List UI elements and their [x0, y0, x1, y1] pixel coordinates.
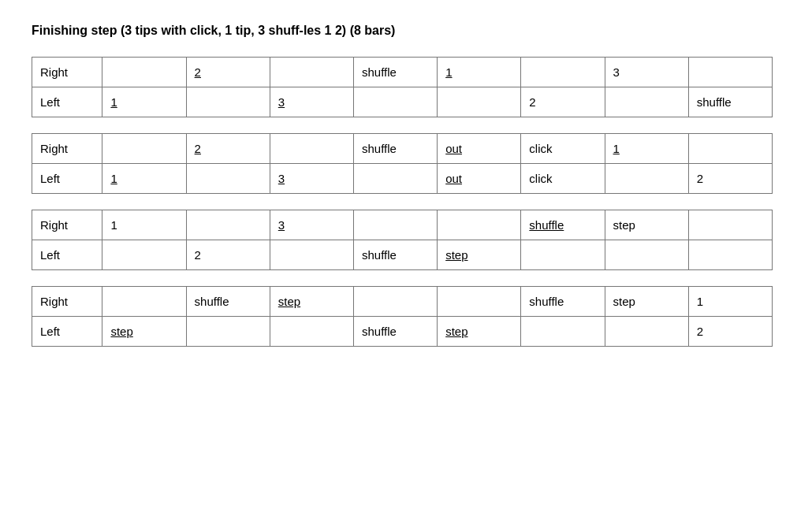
- cell-1-0: 1: [102, 164, 186, 194]
- cell-0-2: step: [270, 287, 353, 317]
- cell-0-4: [438, 287, 521, 317]
- cell-1-0: [102, 240, 186, 270]
- grid-table-section4: Rightshufflestepshufflestep1Leftstepshuf…: [32, 286, 773, 347]
- cell-0-5: click: [521, 134, 605, 164]
- right-label: Right: [32, 210, 102, 240]
- cell-0-6: 3: [605, 58, 688, 87]
- cell-0-0: [102, 134, 186, 164]
- cell-0-7: [688, 210, 772, 240]
- left-label: Left: [32, 240, 102, 270]
- grid-table-section3: Right13shufflestepLeft2shufflestep: [32, 210, 773, 270]
- table-row: Left13outclick2: [32, 164, 773, 194]
- table-row: Right2shuffleoutclick1: [32, 134, 773, 164]
- cell-0-1: 2: [186, 134, 270, 164]
- cell-0-6: step: [605, 287, 688, 317]
- cell-1-1: [186, 317, 270, 347]
- cell-0-5: shuffle: [521, 210, 605, 240]
- cell-0-3: shuffle: [353, 134, 437, 164]
- dance-section-section4: Rightshufflestepshufflestep1Leftstepshuf…: [32, 286, 780, 347]
- cell-1-4: out: [438, 164, 521, 194]
- dance-section-section2: Right2shuffleoutclick1Left13outclick2: [32, 133, 780, 194]
- cell-0-2: [270, 134, 353, 164]
- table-row: Left132shuffle: [32, 87, 773, 117]
- cell-1-0: step: [102, 317, 186, 347]
- cell-1-0: 1: [102, 87, 186, 117]
- cell-1-5: 2: [521, 87, 605, 117]
- cell-1-6: [605, 240, 688, 270]
- cell-0-6: step: [605, 210, 688, 240]
- cell-0-7: 1: [688, 287, 772, 317]
- table-row: Rightshufflestepshufflestep1: [32, 287, 773, 317]
- cell-0-5: [521, 58, 605, 87]
- cell-0-0: [102, 58, 186, 87]
- cell-1-7: [688, 240, 772, 270]
- cell-1-1: 2: [186, 240, 270, 270]
- cell-0-1: [186, 210, 270, 240]
- right-label: Right: [32, 58, 102, 87]
- cell-1-2: [270, 317, 353, 347]
- cell-0-7: [688, 58, 772, 87]
- dance-section-section3: Right13shufflestepLeft2shufflestep: [32, 210, 780, 270]
- cell-0-4: out: [438, 134, 521, 164]
- cell-1-7: 2: [688, 317, 772, 347]
- cell-0-2: [270, 58, 353, 87]
- cell-1-1: [186, 164, 270, 194]
- cell-1-2: [270, 240, 353, 270]
- cell-0-4: 1: [438, 58, 521, 87]
- cell-1-4: [438, 87, 521, 117]
- left-label: Left: [32, 317, 102, 347]
- cell-1-2: 3: [270, 164, 353, 194]
- cell-1-3: [353, 87, 437, 117]
- dance-section-section1: Right2shuffle13Left132shuffle: [32, 57, 780, 117]
- right-label: Right: [32, 134, 102, 164]
- page-title: Finishing step (3 tips with click, 1 tip…: [32, 24, 780, 38]
- cell-0-0: 1: [102, 210, 186, 240]
- cell-1-5: click: [521, 164, 605, 194]
- left-label: Left: [32, 164, 102, 194]
- cell-1-4: step: [438, 317, 521, 347]
- grid-table-section1: Right2shuffle13Left132shuffle: [32, 57, 773, 117]
- cell-1-5: [521, 240, 605, 270]
- cell-1-6: [605, 164, 688, 194]
- cell-1-7: 2: [688, 164, 772, 194]
- cell-0-6: 1: [605, 134, 688, 164]
- cell-0-3: shuffle: [353, 58, 437, 87]
- cell-0-1: shuffle: [186, 287, 270, 317]
- cell-1-6: [605, 317, 688, 347]
- table-row: Right2shuffle13: [32, 58, 773, 87]
- cell-1-3: [353, 164, 437, 194]
- table-row: Right13shufflestep: [32, 210, 773, 240]
- table-row: Leftstepshufflestep2: [32, 317, 773, 347]
- cell-0-4: [438, 210, 521, 240]
- cell-1-3: shuffle: [353, 317, 437, 347]
- grid-table-section2: Right2shuffleoutclick1Left13outclick2: [32, 133, 773, 194]
- cell-0-1: 2: [186, 58, 270, 87]
- cell-1-6: [605, 87, 688, 117]
- cell-0-3: [353, 210, 437, 240]
- table-row: Left2shufflestep: [32, 240, 773, 270]
- cell-0-5: shuffle: [521, 287, 605, 317]
- cell-1-2: 3: [270, 87, 353, 117]
- cell-1-5: [521, 317, 605, 347]
- cell-1-4: step: [438, 240, 521, 270]
- cell-0-7: [688, 134, 772, 164]
- cell-0-0: [102, 287, 186, 317]
- cell-1-1: [186, 87, 270, 117]
- cell-1-7: shuffle: [688, 87, 772, 117]
- right-label: Right: [32, 287, 102, 317]
- cell-0-3: [353, 287, 437, 317]
- left-label: Left: [32, 87, 102, 117]
- cell-1-3: shuffle: [353, 240, 437, 270]
- cell-0-2: 3: [270, 210, 353, 240]
